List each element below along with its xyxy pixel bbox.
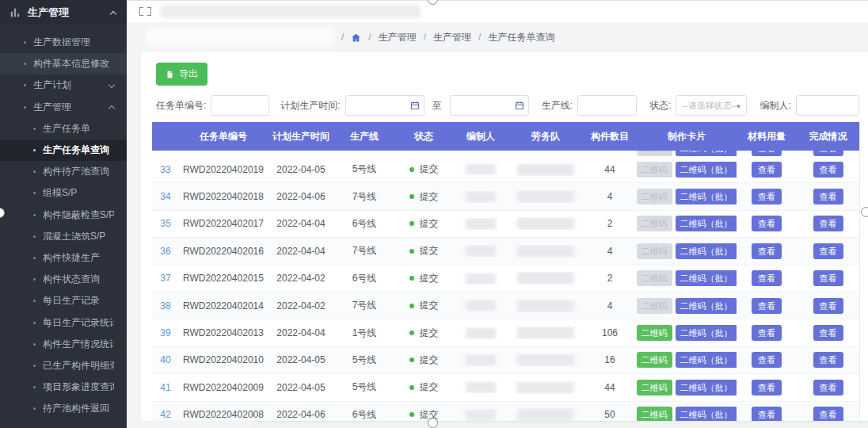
qr-button[interactable]: 二维码 xyxy=(637,298,672,314)
qr-button[interactable]: 二维码 xyxy=(637,243,672,259)
fullscreen-icon[interactable] xyxy=(139,7,151,16)
sidebar-item-17[interactable]: 待产池构件退回 xyxy=(0,398,127,419)
cell-material: 查看 xyxy=(737,270,797,286)
sidebar-item-16[interactable]: 项目形象进度查询 xyxy=(0,376,127,398)
line-input[interactable] xyxy=(577,95,637,116)
view-completion-button[interactable]: 查看 xyxy=(813,407,843,421)
cell-status: 提交 xyxy=(394,244,453,258)
table-row: 34RWD202204020182022-04-067号线提交4二维码二维码（批… xyxy=(152,183,859,210)
qr-batch-button[interactable]: 二维码（批） xyxy=(676,151,737,156)
sidebar-item-9[interactable]: 混凝土浇筑S/P xyxy=(0,226,127,247)
sidebar-item-15[interactable]: 已生产构件明细查询 xyxy=(0,355,127,376)
cell-status: 提交 xyxy=(394,408,453,421)
sidebar-item-8[interactable]: 构件隐蔽检查S/P xyxy=(0,204,127,226)
view-completion-button[interactable]: 查看 xyxy=(813,380,843,396)
status-dot-icon xyxy=(409,331,414,335)
cell-count: 44 xyxy=(583,164,637,175)
qr-batch-button[interactable]: 二维码（批） xyxy=(676,407,737,421)
row-index-link[interactable]: 40 xyxy=(152,354,179,365)
task-no-input[interactable] xyxy=(211,95,269,116)
row-index-link[interactable]: 36 xyxy=(152,246,179,257)
row-index-link[interactable]: 33 xyxy=(152,164,179,175)
sidebar-item-12[interactable]: 每日生产记录 xyxy=(0,290,127,311)
qr-button[interactable]: 二维码 xyxy=(637,352,672,368)
view-completion-button[interactable]: 查看 xyxy=(813,352,843,368)
qr-batch-button[interactable]: 二维码（批） xyxy=(676,298,737,314)
qr-button[interactable]: 二维码 xyxy=(637,189,672,204)
sidebar-item-11[interactable]: 构件状态查询 xyxy=(0,269,127,290)
bullet-icon xyxy=(33,278,36,281)
export-button[interactable]: 导出 xyxy=(156,63,207,86)
view-completion-button[interactable]: 查看 xyxy=(813,270,843,286)
calendar-icon[interactable] xyxy=(410,101,420,110)
sidebar-item-14[interactable]: 构件生产情况统计查询 xyxy=(0,334,127,355)
editor-input[interactable] xyxy=(796,95,859,116)
calendar-icon[interactable] xyxy=(515,101,524,110)
sidebar-item-7[interactable]: 组模S/P xyxy=(0,182,127,204)
qr-button[interactable]: 二维码 xyxy=(637,216,672,231)
view-completion-button[interactable]: 查看 xyxy=(813,189,843,204)
view-material-button[interactable]: 查看 xyxy=(752,151,782,156)
view-material-button[interactable]: 查看 xyxy=(752,216,782,231)
view-completion-button[interactable]: 查看 xyxy=(813,216,843,231)
view-completion-button[interactable]: 查看 xyxy=(813,243,843,259)
row-index-link[interactable]: 37 xyxy=(152,273,179,284)
qr-batch-button[interactable]: 二维码（批） xyxy=(676,270,737,286)
qr-batch-button[interactable]: 二维码（批） xyxy=(676,380,737,396)
row-index-link[interactable]: 34 xyxy=(152,191,179,202)
row-index-link[interactable]: 38 xyxy=(152,300,179,311)
view-completion-button[interactable]: 查看 xyxy=(813,151,843,156)
qr-button[interactable]: 二维码 xyxy=(637,270,672,286)
row-index-link[interactable]: 35 xyxy=(152,218,179,229)
cell-card: 二维码二维码（批） xyxy=(637,162,737,178)
cell-team xyxy=(508,245,583,258)
row-index-link[interactable]: 41 xyxy=(152,382,179,393)
qr-batch-button[interactable]: 二维码（批） xyxy=(676,162,737,178)
cell-plan-date: 2022-04-06 xyxy=(268,409,334,420)
sidebar-item-2[interactable]: 生产计划 xyxy=(0,75,127,96)
breadcrumb-item-0[interactable]: 生产管理 xyxy=(379,31,417,44)
view-material-button[interactable]: 查看 xyxy=(752,189,782,204)
view-material-button[interactable]: 查看 xyxy=(752,380,782,396)
sidebar-section-production[interactable]: 生产管理 xyxy=(0,0,127,25)
view-completion-button[interactable]: 查看 xyxy=(813,298,843,314)
qr-batch-button[interactable]: 二维码（批） xyxy=(676,189,737,204)
plan-time-start xyxy=(345,95,424,116)
sidebar-item-3[interactable]: 生产管理 xyxy=(0,97,127,118)
view-material-button[interactable]: 查看 xyxy=(752,325,782,341)
qr-button[interactable]: 二维码 xyxy=(637,162,672,178)
sidebar-item-1[interactable]: 构件基本信息修改 xyxy=(0,53,127,75)
row-index-link[interactable]: 39 xyxy=(152,327,179,338)
view-material-button[interactable]: 查看 xyxy=(752,298,782,314)
cell-material: 查看 xyxy=(737,407,797,421)
sidebar-item-0[interactable]: 生产数据管理 xyxy=(0,32,127,53)
qr-batch-button[interactable]: 二维码（批） xyxy=(676,352,737,368)
view-material-button[interactable]: 查看 xyxy=(752,162,782,178)
view-completion-button[interactable]: 查看 xyxy=(813,325,843,341)
qr-button[interactable]: 二维码 xyxy=(637,407,672,421)
view-material-button[interactable]: 查看 xyxy=(752,270,782,286)
qr-button[interactable]: 二维码 xyxy=(637,380,672,396)
qr-batch-button[interactable]: 二维码（批） xyxy=(676,216,737,231)
qr-batch-button[interactable]: 二维码（批） xyxy=(676,243,737,259)
qr-button[interactable]: 二维码 xyxy=(637,325,672,341)
view-material-button[interactable]: 查看 xyxy=(752,243,782,259)
row-index-link[interactable]: 42 xyxy=(152,409,179,420)
sidebar-item-10[interactable]: 构件快捷生产 xyxy=(0,247,127,269)
status-select[interactable]: --请选择状态-- ▼ xyxy=(676,95,747,116)
sidebar-item-13[interactable]: 每日生产记录统计 xyxy=(0,311,127,333)
breadcrumb-item-2[interactable]: 生产任务单查询 xyxy=(488,31,554,44)
sidebar-item-4[interactable]: 生产任务单 xyxy=(0,118,127,139)
qr-batch-button[interactable]: 二维码（批） xyxy=(676,325,737,341)
breadcrumb-item-1[interactable]: 生产管理 xyxy=(433,31,471,44)
sidebar-item-6[interactable]: 构件待产池查询 xyxy=(0,161,127,182)
cell-team xyxy=(508,381,583,394)
view-completion-button[interactable]: 查看 xyxy=(813,162,843,178)
qr-button[interactable]: 二维码 xyxy=(637,151,672,156)
view-material-button[interactable]: 查看 xyxy=(752,407,782,421)
redacted-editor xyxy=(466,273,496,285)
cell-card: 二维码二维码（批） xyxy=(637,270,737,286)
home-icon[interactable] xyxy=(351,32,361,43)
view-material-button[interactable]: 查看 xyxy=(752,352,782,368)
sidebar-item-5[interactable]: 生产任务单查询 xyxy=(0,139,127,161)
